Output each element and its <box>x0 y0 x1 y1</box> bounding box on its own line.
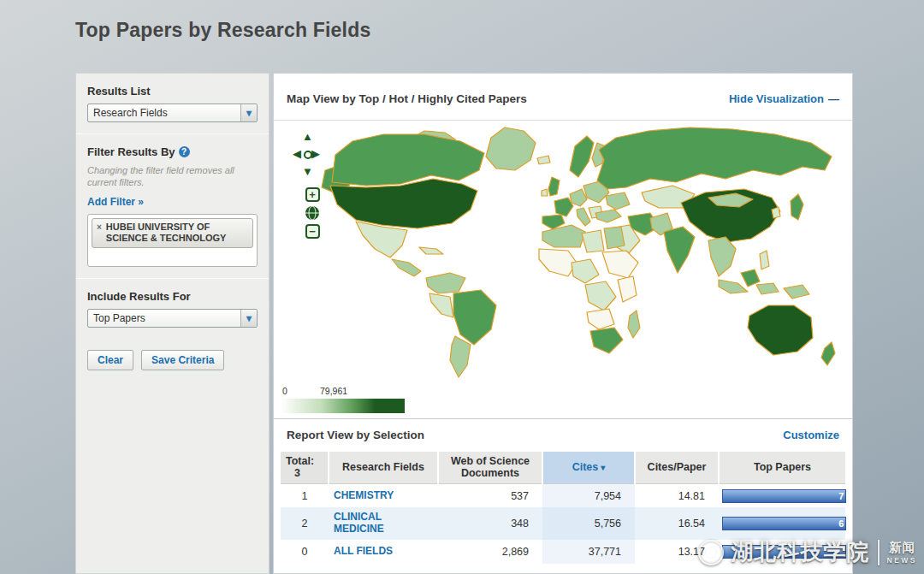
zoom-out-button[interactable]: − <box>305 224 320 239</box>
cites-label: Cites <box>572 461 599 473</box>
legend-max-label: 79,961 <box>320 386 347 396</box>
documents-cell: 348 <box>438 507 542 540</box>
total-label: Total: <box>286 455 314 467</box>
pan-up-icon[interactable]: ▲ <box>302 131 313 142</box>
cites-cell: 5,756 <box>542 507 635 540</box>
map-legend: 0 79,961 <box>281 386 411 413</box>
results-list-label: Results List <box>87 85 258 98</box>
cites-per-paper-cell: 16.54 <box>635 507 719 540</box>
watermark-divider <box>878 540 880 565</box>
map-view-header: Map View by Top / Hot / Highly Cited Pap… <box>274 74 852 121</box>
clear-button[interactable]: Clear <box>87 350 133 370</box>
pan-left-icon[interactable]: ◀ <box>293 148 301 159</box>
zoom-in-button[interactable]: + <box>305 187 320 202</box>
legend-min-label: 0 <box>282 386 287 396</box>
hide-visualization-link[interactable]: Hide Visualization— <box>729 92 839 105</box>
watermark-news-cn: 新闻 <box>889 540 915 556</box>
world-map[interactable] <box>274 121 852 386</box>
filter-tag: × HUBEI UNIVERSITY OF SCIENCE & TECHNOLO… <box>92 218 253 249</box>
filter-results-label: Filter Results By? <box>87 145 258 158</box>
watermark-news: 新闻 NEWS <box>887 540 918 565</box>
pan-right-icon[interactable]: ▶ <box>311 148 320 159</box>
sidebar-divider <box>76 278 269 279</box>
rank-cell: 1 <box>281 483 329 507</box>
field-link[interactable]: CLINICAL MEDICINE <box>334 512 433 536</box>
page-title: Top Papers by Research Fields <box>75 19 370 42</box>
column-header-top-papers[interactable]: Top Papers <box>719 452 845 483</box>
top-papers-bar: 6 <box>722 517 846 530</box>
pan-center-icon[interactable] <box>304 151 312 159</box>
report-view-header: Report View by Selection Customize <box>274 418 852 450</box>
top-papers-bar: 7 <box>722 489 846 503</box>
report-view-title: Report View by Selection <box>287 429 424 441</box>
cites-per-paper-cell: 13.17 <box>635 540 719 564</box>
save-criteria-button[interactable]: Save Criteria <box>141 350 224 370</box>
customize-link[interactable]: Customize <box>783 429 839 441</box>
cites-per-paper-cell: 14.81 <box>635 483 719 507</box>
pan-down-icon[interactable]: ▼ <box>302 166 313 177</box>
watermark-news-en: NEWS <box>887 556 918 565</box>
world-countries[interactable] <box>322 127 835 377</box>
column-header-wos-documents[interactable]: Web of Science Documents <box>438 452 542 483</box>
content-area: Results List Research Fields ▾ Filter Re… <box>75 73 853 574</box>
rank-cell: 2 <box>281 507 329 540</box>
filter-tag-label: HUBEI UNIVERSITY OF SCIENCE & TECHNOLOGY <box>106 222 248 246</box>
minus-icon: — <box>828 92 839 105</box>
table-row: 2 CLINICAL MEDICINE 348 5,756 16.54 6 <box>281 507 845 540</box>
include-results-label: Include Results For <box>87 290 258 303</box>
map-zoom-controls: + − <box>298 187 327 239</box>
documents-cell: 537 <box>438 483 542 507</box>
filter-box: × HUBEI UNIVERSITY OF SCIENCE & TECHNOLO… <box>87 214 258 267</box>
help-icon[interactable]: ? <box>179 146 190 157</box>
filter-note: Changing the filter field removes all cu… <box>87 164 258 189</box>
report-table-wrap: Total: 3 Research Fields Web of Science … <box>274 450 852 564</box>
map-controls: ▲ ◀ ▶ ▼ + − <box>293 131 327 239</box>
results-list-value: Research Fields <box>88 107 168 119</box>
top-papers-bar <box>722 545 846 559</box>
include-results-select[interactable]: Top Papers ▾ <box>87 309 258 328</box>
table-row: 1 CHEMISTRY 537 7,954 14.81 7 <box>281 483 845 507</box>
map-view-title: Map View by Top / Hot / Highly Cited Pap… <box>287 92 527 105</box>
column-header-cites-per-paper[interactable]: Cites/Paper <box>635 452 719 483</box>
sort-desc-icon: ▾ <box>601 463 605 472</box>
chevron-down-icon: ▾ <box>240 104 257 121</box>
map-pan-control: ▲ ◀ ▶ ▼ <box>293 131 323 180</box>
main-panel: Map View by Top / Hot / Highly Cited Pap… <box>273 73 853 574</box>
field-link[interactable]: ALL FIELDS <box>334 546 393 558</box>
sidebar: Results List Research Fields ▾ Filter Re… <box>75 73 270 574</box>
cites-cell: 37,771 <box>542 540 635 564</box>
column-header-research-fields[interactable]: Research Fields <box>329 452 438 483</box>
legend-gradient-bar <box>281 399 405 413</box>
table-header-row: Total: 3 Research Fields Web of Science … <box>281 452 845 483</box>
chevron-down-icon: ▾ <box>240 310 257 327</box>
table-row: 0 ALL FIELDS 2,869 37,771 13.17 <box>281 540 845 564</box>
hide-visualization-label: Hide Visualization <box>729 92 824 105</box>
globe-icon[interactable] <box>305 205 320 221</box>
sidebar-buttons: Clear Save Criteria <box>87 350 258 370</box>
report-table: Total: 3 Research Fields Web of Science … <box>281 452 845 564</box>
total-header: Total: 3 <box>281 452 329 483</box>
column-header-cites[interactable]: Cites▾ <box>542 452 635 483</box>
filter-results-label-text: Filter Results By <box>87 145 175 158</box>
cites-cell: 7,954 <box>542 483 635 507</box>
include-results-value: Top Papers <box>88 312 145 324</box>
rank-cell: 0 <box>281 540 329 564</box>
total-value: 3 <box>286 467 323 479</box>
map-area: ▲ ◀ ▶ ▼ + − <box>274 121 852 418</box>
remove-filter-icon[interactable]: × <box>97 222 102 234</box>
results-list-select[interactable]: Research Fields ▾ <box>87 104 258 122</box>
sidebar-divider <box>76 133 269 134</box>
field-link[interactable]: CHEMISTRY <box>334 490 394 502</box>
documents-cell: 2,869 <box>438 540 542 564</box>
add-filter-link[interactable]: Add Filter » <box>87 196 144 208</box>
